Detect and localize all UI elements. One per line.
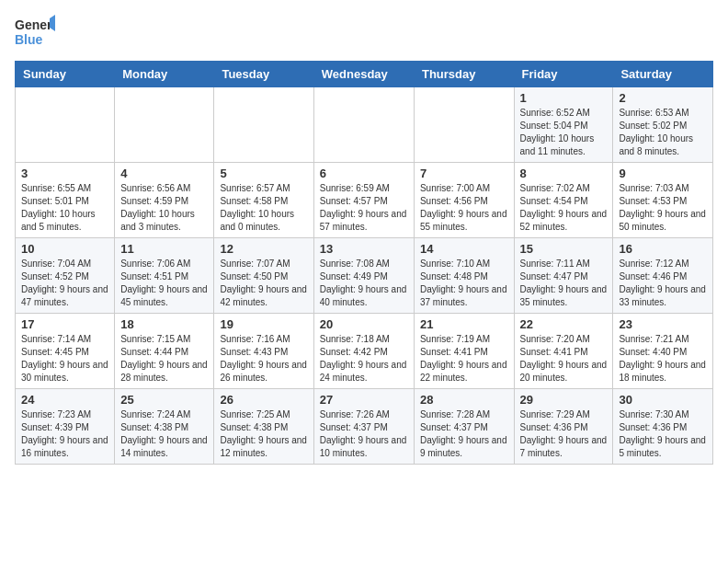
calendar-cell: 6Sunrise: 6:59 AM Sunset: 4:57 PM Daylig… [313,163,414,238]
day-info: Sunrise: 7:14 AM Sunset: 4:45 PM Dayligh… [21,333,108,385]
page-header: General Blue [15,15,713,50]
day-number: 4 [120,167,208,180]
day-info: Sunrise: 7:23 AM Sunset: 4:39 PM Dayligh… [21,408,108,460]
calendar-cell: 19Sunrise: 7:16 AM Sunset: 4:43 PM Dayli… [214,314,313,389]
day-number: 30 [619,393,707,407]
day-info: Sunrise: 6:53 AM Sunset: 5:02 PM Dayligh… [619,107,707,158]
day-number: 2 [619,91,707,105]
day-info: Sunrise: 7:19 AM Sunset: 4:41 PM Dayligh… [420,333,508,385]
day-number: 17 [21,317,108,331]
day-info: Sunrise: 7:21 AM Sunset: 4:40 PM Dayligh… [619,333,707,385]
day-info: Sunrise: 7:24 AM Sunset: 4:38 PM Dayligh… [120,408,208,460]
day-info: Sunrise: 7:12 AM Sunset: 4:46 PM Dayligh… [619,258,707,309]
calendar-cell: 14Sunrise: 7:10 AM Sunset: 4:48 PM Dayli… [414,238,514,314]
day-info: Sunrise: 6:59 AM Sunset: 4:57 PM Dayligh… [320,182,408,234]
calendar-cell [414,87,514,163]
calendar: SundayMondayTuesdayWednesdayThursdayFrid… [15,61,713,465]
day-number: 23 [619,317,707,331]
calendar-week-row: 3Sunrise: 6:55 AM Sunset: 5:01 PM Daylig… [16,163,713,238]
day-info: Sunrise: 7:15 AM Sunset: 4:44 PM Dayligh… [120,333,208,385]
day-info: Sunrise: 7:16 AM Sunset: 4:43 PM Dayligh… [220,333,307,385]
day-number: 11 [120,242,208,256]
day-number: 8 [520,167,608,180]
calendar-header-row: SundayMondayTuesdayWednesdayThursdayFrid… [16,62,713,87]
calendar-cell: 11Sunrise: 7:06 AM Sunset: 4:51 PM Dayli… [115,238,214,314]
day-info: Sunrise: 7:20 AM Sunset: 4:41 PM Dayligh… [520,333,608,385]
calendar-cell [115,87,214,163]
day-number: 6 [320,167,408,180]
calendar-cell: 4Sunrise: 6:56 AM Sunset: 4:59 PM Daylig… [115,163,214,238]
calendar-cell: 16Sunrise: 7:12 AM Sunset: 4:46 PM Dayli… [613,238,713,314]
day-number: 27 [320,393,408,407]
calendar-cell [313,87,414,163]
calendar-week-row: 17Sunrise: 7:14 AM Sunset: 4:45 PM Dayli… [16,314,713,389]
day-number: 1 [520,91,608,105]
day-info: Sunrise: 7:25 AM Sunset: 4:38 PM Dayligh… [220,408,307,460]
day-number: 21 [420,317,508,331]
calendar-cell: 8Sunrise: 7:02 AM Sunset: 4:54 PM Daylig… [514,163,613,238]
day-info: Sunrise: 6:55 AM Sunset: 5:01 PM Dayligh… [21,182,108,234]
day-number: 16 [619,242,707,256]
calendar-header-thursday: Thursday [414,62,514,87]
calendar-cell: 10Sunrise: 7:04 AM Sunset: 4:52 PM Dayli… [16,238,115,314]
day-number: 10 [21,242,108,256]
day-number: 12 [220,242,307,256]
day-number: 29 [520,393,608,407]
day-info: Sunrise: 7:29 AM Sunset: 4:36 PM Dayligh… [520,408,608,460]
day-info: Sunrise: 7:18 AM Sunset: 4:42 PM Dayligh… [320,333,408,385]
day-info: Sunrise: 6:52 AM Sunset: 5:04 PM Dayligh… [520,107,608,158]
calendar-cell [214,87,313,163]
day-info: Sunrise: 7:28 AM Sunset: 4:37 PM Dayligh… [420,408,508,460]
day-number: 25 [120,393,208,407]
calendar-header-tuesday: Tuesday [214,62,313,87]
day-number: 19 [220,317,307,331]
day-info: Sunrise: 7:04 AM Sunset: 4:52 PM Dayligh… [21,258,108,309]
calendar-header-saturday: Saturday [613,62,713,87]
calendar-cell: 30Sunrise: 7:30 AM Sunset: 4:36 PM Dayli… [613,389,713,465]
calendar-week-row: 24Sunrise: 7:23 AM Sunset: 4:39 PM Dayli… [16,389,713,465]
calendar-week-row: 1Sunrise: 6:52 AM Sunset: 5:04 PM Daylig… [16,87,713,163]
calendar-cell: 3Sunrise: 6:55 AM Sunset: 5:01 PM Daylig… [16,163,115,238]
calendar-cell: 15Sunrise: 7:11 AM Sunset: 4:47 PM Dayli… [514,238,613,314]
calendar-cell: 23Sunrise: 7:21 AM Sunset: 4:40 PM Dayli… [613,314,713,389]
calendar-cell: 27Sunrise: 7:26 AM Sunset: 4:37 PM Dayli… [313,389,414,465]
day-number: 24 [21,393,108,407]
calendar-cell: 7Sunrise: 7:00 AM Sunset: 4:56 PM Daylig… [414,163,514,238]
day-number: 15 [520,242,608,256]
day-number: 9 [619,167,707,180]
day-info: Sunrise: 6:56 AM Sunset: 4:59 PM Dayligh… [120,182,208,234]
calendar-week-row: 10Sunrise: 7:04 AM Sunset: 4:52 PM Dayli… [16,238,713,314]
calendar-header-friday: Friday [514,62,613,87]
calendar-header-wednesday: Wednesday [313,62,414,87]
calendar-cell: 17Sunrise: 7:14 AM Sunset: 4:45 PM Dayli… [16,314,115,389]
day-number: 28 [420,393,508,407]
calendar-cell: 21Sunrise: 7:19 AM Sunset: 4:41 PM Dayli… [414,314,514,389]
calendar-cell: 18Sunrise: 7:15 AM Sunset: 4:44 PM Dayli… [115,314,214,389]
calendar-header-monday: Monday [115,62,214,87]
calendar-cell: 22Sunrise: 7:20 AM Sunset: 4:41 PM Dayli… [514,314,613,389]
svg-text:Blue: Blue [15,32,43,47]
calendar-cell: 1Sunrise: 6:52 AM Sunset: 5:04 PM Daylig… [514,87,613,163]
day-number: 5 [220,167,307,180]
calendar-cell: 26Sunrise: 7:25 AM Sunset: 4:38 PM Dayli… [214,389,313,465]
day-info: Sunrise: 7:00 AM Sunset: 4:56 PM Dayligh… [420,182,508,234]
day-number: 14 [420,242,508,256]
calendar-cell: 12Sunrise: 7:07 AM Sunset: 4:50 PM Dayli… [214,238,313,314]
day-number: 20 [320,317,408,331]
calendar-header-sunday: Sunday [16,62,115,87]
calendar-cell: 28Sunrise: 7:28 AM Sunset: 4:37 PM Dayli… [414,389,514,465]
day-info: Sunrise: 7:03 AM Sunset: 4:53 PM Dayligh… [619,182,707,234]
day-info: Sunrise: 7:30 AM Sunset: 4:36 PM Dayligh… [619,408,707,460]
logo: General Blue [15,15,55,50]
day-info: Sunrise: 7:10 AM Sunset: 4:48 PM Dayligh… [420,258,508,309]
day-info: Sunrise: 7:11 AM Sunset: 4:47 PM Dayligh… [520,258,608,309]
day-info: Sunrise: 7:08 AM Sunset: 4:49 PM Dayligh… [320,258,408,309]
svg-text:General: General [15,17,55,32]
day-info: Sunrise: 6:57 AM Sunset: 4:58 PM Dayligh… [220,182,307,234]
calendar-cell: 2Sunrise: 6:53 AM Sunset: 5:02 PM Daylig… [613,87,713,163]
day-number: 3 [21,167,108,180]
calendar-cell [16,87,115,163]
calendar-cell: 13Sunrise: 7:08 AM Sunset: 4:49 PM Dayli… [313,238,414,314]
day-number: 13 [320,242,408,256]
day-number: 22 [520,317,608,331]
